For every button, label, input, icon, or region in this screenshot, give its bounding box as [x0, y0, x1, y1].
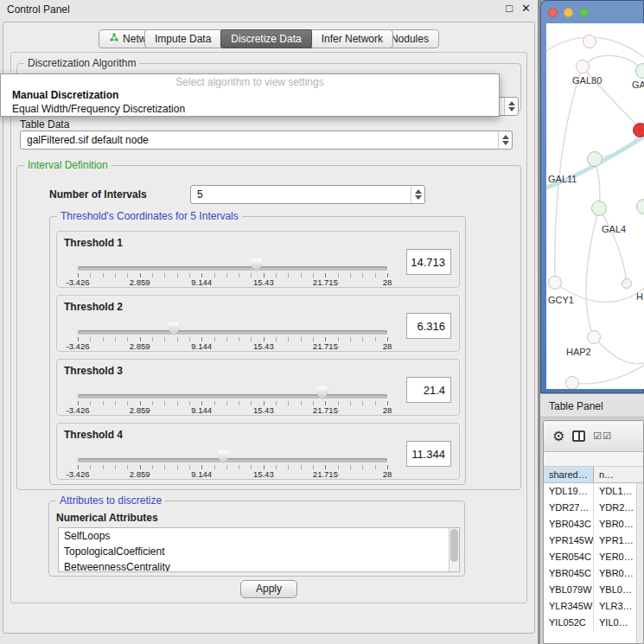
float-window-button[interactable]: □ — [506, 2, 513, 15]
network-node-label: GA… — [632, 80, 644, 90]
table-scrollbar[interactable] — [636, 483, 643, 644]
table-toolbar: ⚙ ☑☑ — [544, 421, 643, 452]
table-row[interactable]: YBL079WYBL0… — [544, 582, 643, 598]
network-node-label: GCY1 — [548, 295, 574, 305]
list-scrollbar[interactable] — [449, 528, 459, 571]
network-node[interactable] — [576, 60, 590, 73]
network-node[interactable] — [633, 123, 644, 137]
table-cell[interactable]: YDR27… — [544, 500, 594, 516]
tab-label: Discretize Data — [231, 30, 301, 48]
bottom-tab-bar: Impute Data Discretize Data Infer Networ… — [144, 29, 393, 628]
zoom-button[interactable] — [579, 8, 589, 17]
table-row[interactable]: YBR043CYBR0… — [544, 516, 643, 532]
scale-label: -3.426 — [67, 341, 90, 351]
scale-label: -3.426 — [67, 469, 90, 479]
table-spacer — [544, 452, 643, 466]
threshold-value-field[interactable] — [406, 441, 451, 467]
network-view-window: GAL80GA…GAL11GAL4GCY1H…HAP2 — [540, 0, 644, 393]
network-node-label: GAL4 — [602, 224, 626, 234]
algorithm-dropdown: Select algorithm to view settings Manual… — [0, 73, 500, 117]
table-row[interactable]: YER054CYER0… — [544, 549, 643, 565]
scale-label: -3.426 — [67, 277, 90, 287]
table-row[interactable]: YDR27…YDR2… — [544, 500, 643, 516]
table-row[interactable]: YPR145WYPR1… — [544, 532, 643, 549]
scale-label: -3.426 — [67, 405, 90, 415]
tab-impute-data[interactable]: Impute Data — [144, 29, 221, 48]
scrollbar-thumb[interactable] — [450, 529, 458, 562]
columns-icon[interactable] — [572, 430, 585, 442]
network-node[interactable] — [591, 201, 607, 216]
algorithm-option-manual-discretization[interactable]: Manual Discretization — [1, 88, 499, 102]
network-node[interactable] — [565, 376, 579, 389]
control-panel-title: Control Panel — [7, 3, 70, 16]
network-node-label: GAL11 — [548, 174, 577, 184]
network-node-label: GAL80 — [572, 75, 602, 86]
table-cell[interactable]: YER054C — [544, 549, 594, 565]
tab-label: Impute Data — [155, 30, 211, 48]
threshold-value-field[interactable] — [406, 313, 451, 339]
table-data-label: Table Data — [20, 118, 69, 131]
algorithm-dropdown-placeholder: Select algorithm to view settings — [1, 74, 499, 88]
column-header-shared-name[interactable]: shared… — [544, 467, 594, 482]
numerical-attributes-label: Numerical Attributes — [56, 512, 158, 524]
threshold-value-field[interactable] — [406, 249, 451, 275]
network-node-label: HAP2 — [566, 347, 591, 357]
network-node[interactable] — [548, 276, 562, 290]
table-row[interactable]: YLR345WYLR3… — [544, 598, 643, 615]
table-cell[interactable]: YPR145W — [544, 532, 594, 549]
network-tab-icon — [109, 30, 119, 48]
network-canvas[interactable]: GAL80GA…GAL11GAL4GCY1H…HAP2 — [546, 23, 644, 389]
control-panel-titlebar: Control Panel □ ✕ — [0, 0, 538, 19]
column-header-name[interactable]: n… — [594, 467, 643, 482]
stepper-icon — [504, 98, 518, 115]
select-columns-checkboxes-icon[interactable]: ☑☑ — [593, 430, 612, 442]
table-panel-strip: Table Panel — [540, 393, 644, 418]
close-button[interactable] — [548, 8, 558, 17]
window-controls — [548, 8, 589, 17]
network-node[interactable] — [622, 278, 632, 289]
discretization-algorithm-group-title: Discretization Algorithm — [24, 57, 139, 69]
table-cell[interactable]: YDL19… — [544, 483, 594, 500]
table-row[interactable]: YIL052CYIL0… — [544, 615, 643, 631]
stepper-icon — [498, 131, 512, 149]
table-cell[interactable]: YBR045C — [544, 565, 594, 582]
minimize-button[interactable] — [564, 8, 573, 17]
network-node[interactable] — [587, 151, 603, 167]
threshold-value-field[interactable] — [406, 377, 451, 403]
table-header: shared… n… — [544, 466, 643, 483]
table-cell[interactable]: YLR345W — [544, 598, 594, 615]
gear-icon[interactable]: ⚙ — [552, 430, 564, 443]
network-node[interactable] — [587, 330, 601, 344]
table-cell[interactable]: YIL052C — [544, 615, 594, 631]
network-node-label: H… — [636, 291, 644, 302]
table-cell[interactable]: YBL079W — [544, 582, 594, 598]
stepper-icon — [411, 186, 424, 203]
tab-label: Infer Network — [322, 30, 383, 48]
tab-discretize-data[interactable]: Discretize Data — [220, 29, 311, 48]
close-panel-button[interactable]: ✕ — [521, 2, 531, 15]
interval-definition-group-title: Interval Definition — [24, 159, 112, 171]
table-window: ⚙ ☑☑ shared… n… YDL19…YDL1…YDR27…YDR2…YB… — [543, 420, 644, 644]
table-panel-title: Table Panel — [549, 400, 603, 412]
control-panel: Control Panel □ ✕ Network Style Select C… — [0, 0, 538, 644]
table-row[interactable]: YDL19…YDL1… — [544, 483, 643, 500]
table-panel-area: ⚙ ☑☑ shared… n… YDL19…YDL1…YDR27…YDR2…YB… — [540, 418, 644, 644]
table-row[interactable]: YBR045CYBR0… — [544, 565, 643, 582]
table-body: YDL19…YDL1…YDR27…YDR2…YBR043CYBR0…YPR145… — [544, 483, 643, 644]
screen: Control Panel □ ✕ Network Style Select C… — [0, 0, 644, 644]
number-of-intervals-label: Number of Intervals — [49, 188, 147, 201]
table-cell[interactable]: YBR043C — [544, 516, 594, 532]
algorithm-option-equal-width-frequency[interactable]: Equal Width/Frequency Discretization — [1, 102, 499, 116]
tab-infer-network[interactable]: Infer Network — [311, 29, 393, 48]
network-node[interactable] — [583, 35, 596, 48]
